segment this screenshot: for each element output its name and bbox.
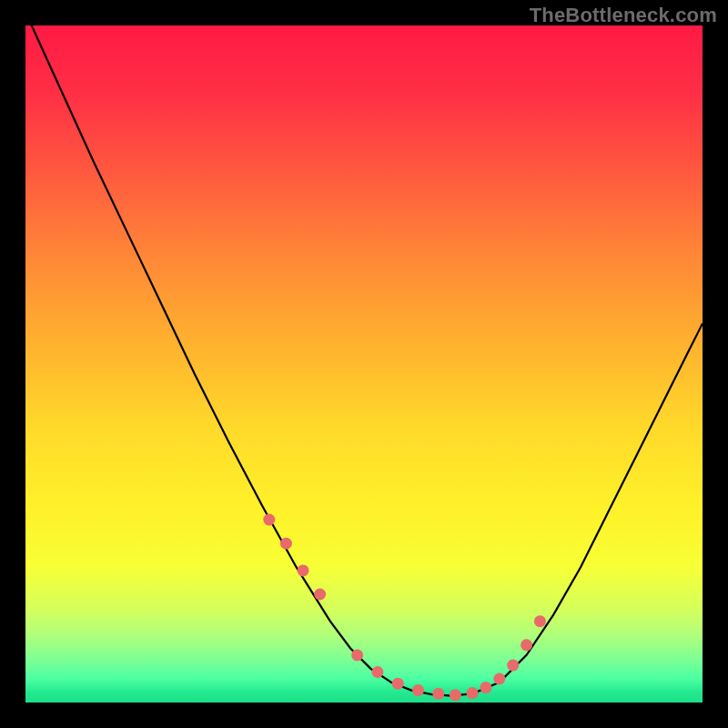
marker-dot: [392, 678, 404, 690]
chart-frame: TheBottleneck.com: [0, 0, 728, 728]
marker-dot: [467, 687, 479, 699]
marker-dot: [534, 615, 546, 627]
highlight-dots: [263, 514, 546, 702]
plot-area: [25, 25, 703, 703]
marker-dot: [298, 564, 309, 576]
marker-dot: [263, 514, 275, 526]
marker-dot: [507, 660, 519, 672]
marker-dot: [432, 688, 444, 700]
watermark-text: TheBottleneck.com: [530, 4, 717, 27]
marker-dot: [450, 689, 461, 701]
marker-dot: [351, 649, 363, 661]
marker-dot: [314, 589, 326, 601]
marker-dot: [371, 666, 383, 678]
marker-dot: [521, 639, 532, 651]
marker-dot: [480, 682, 491, 693]
marker-dot: [280, 538, 292, 550]
bottleneck-curve: [25, 25, 703, 696]
marker-dot: [412, 684, 424, 696]
marker-dot: [493, 673, 505, 685]
curve-layer: [25, 25, 703, 703]
